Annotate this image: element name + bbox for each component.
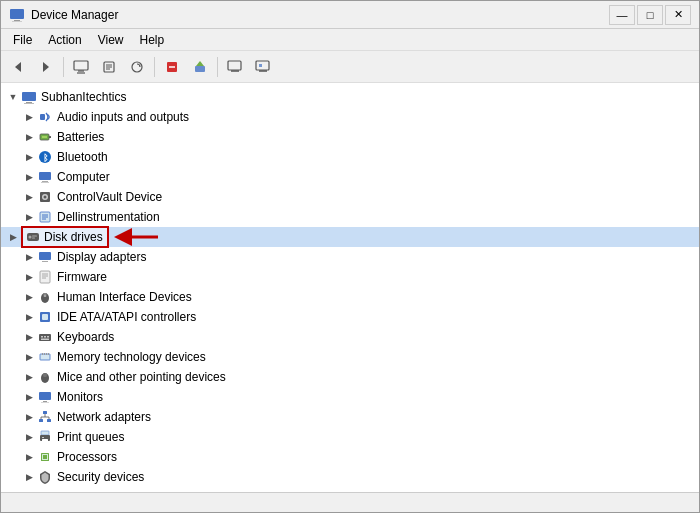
- svg-rect-24: [24, 103, 34, 104]
- keyboards-label: Keyboards: [57, 330, 114, 344]
- expander-memory[interactable]: ▶: [21, 349, 37, 365]
- expander-bluetooth[interactable]: ▶: [21, 149, 37, 165]
- back-button[interactable]: [5, 55, 31, 79]
- svg-rect-32: [42, 181, 48, 182]
- tree-row-network[interactable]: ▶: [1, 407, 699, 427]
- expander-security[interactable]: ▶: [21, 469, 37, 485]
- expander-monitors[interactable]: ▶: [21, 389, 37, 405]
- menu-file[interactable]: File: [5, 31, 40, 49]
- svg-rect-57: [42, 314, 48, 320]
- expander-network[interactable]: ▶: [21, 409, 37, 425]
- expander-hid[interactable]: ▶: [21, 289, 37, 305]
- svg-rect-33: [41, 182, 49, 183]
- ide-label: IDE ATA/ATAPI controllers: [57, 310, 196, 324]
- ide-icon: [37, 309, 53, 325]
- displayadapters-icon: [37, 249, 53, 265]
- tree-row-processors[interactable]: ▶ Processors: [1, 447, 699, 467]
- update-button[interactable]: [187, 55, 213, 79]
- forward-button[interactable]: [33, 55, 59, 79]
- tree-row-firmware[interactable]: ▶ Firmware: [1, 267, 699, 287]
- tree-row-hid[interactable]: ▶ Human Interface Devices: [1, 287, 699, 307]
- svg-rect-60: [44, 336, 46, 338]
- keyboards-icon: [37, 329, 53, 345]
- expander-mice[interactable]: ▶: [21, 369, 37, 385]
- tree-item-root: ▼ SubhanItechtics ▶: [1, 87, 699, 492]
- expander-batteries[interactable]: ▶: [21, 129, 37, 145]
- tree-row-print[interactable]: ▶ Print queues: [1, 427, 699, 447]
- expander-ide[interactable]: ▶: [21, 309, 37, 325]
- title-bar: Device Manager — □ ✕: [1, 1, 699, 29]
- tree-item-monitors: ▶ Monitors: [1, 387, 699, 407]
- tree-row-dellinstrumentation[interactable]: ▶ Dellinstrumentation: [1, 207, 699, 227]
- tree-row-root[interactable]: ▼ SubhanItechtics: [1, 87, 699, 107]
- close-button[interactable]: ✕: [665, 5, 691, 25]
- expander-print[interactable]: ▶: [21, 429, 37, 445]
- svg-rect-15: [195, 66, 205, 72]
- menu-help[interactable]: Help: [132, 31, 173, 49]
- svg-rect-43: [32, 236, 37, 237]
- tree-row-security[interactable]: ▶ Security devices: [1, 467, 699, 487]
- expander-keyboards[interactable]: ▶: [21, 329, 37, 345]
- expander-displayadapters[interactable]: ▶: [21, 249, 37, 265]
- tree-row-controlvault[interactable]: ▶ ControlVault Device: [1, 187, 699, 207]
- tree-row-batteries[interactable]: ▶ Batteries: [1, 127, 699, 147]
- tree-row-monitors[interactable]: ▶ Monitors: [1, 387, 699, 407]
- memory-icon: [37, 349, 53, 365]
- tree-row-diskdrives[interactable]: ▶ Disk drives: [1, 227, 699, 247]
- toolbar-separator-2: [154, 57, 155, 77]
- firmware-icon: [37, 269, 53, 285]
- svg-rect-61: [47, 336, 49, 338]
- title-bar-title: Device Manager: [31, 8, 609, 22]
- svg-point-36: [44, 196, 47, 199]
- svg-rect-5: [74, 61, 88, 70]
- scan-button[interactable]: [124, 55, 150, 79]
- controlvault-label: ControlVault Device: [57, 190, 162, 204]
- device-manager-window: Device Manager — □ ✕ File Action View He…: [0, 0, 700, 513]
- tree-item-security: ▶ Security devices: [1, 467, 699, 487]
- tree-row-bluetooth[interactable]: ▶ ᛒ Bluetooth: [1, 147, 699, 167]
- tree-row-memory[interactable]: ▶ Memory technology devices: [1, 347, 699, 367]
- uninstall-button[interactable]: [159, 55, 185, 79]
- tree-row-displayadapters[interactable]: ▶ Display adapters: [1, 247, 699, 267]
- computer-button[interactable]: [68, 55, 94, 79]
- svg-rect-25: [40, 114, 45, 120]
- monitor2-button[interactable]: [250, 55, 276, 79]
- expander-processors[interactable]: ▶: [21, 449, 37, 465]
- svg-rect-22: [22, 92, 36, 101]
- menu-action[interactable]: Action: [40, 31, 89, 49]
- audio-label: Audio inputs and outputs: [57, 110, 189, 124]
- expander-controlvault[interactable]: ▶: [21, 189, 37, 205]
- security-label: Security devices: [57, 470, 144, 484]
- title-bar-icon: [9, 7, 25, 23]
- expander-computer[interactable]: ▶: [21, 169, 37, 185]
- tree-row-keyboards[interactable]: ▶ Keyboards: [1, 327, 699, 347]
- monitor1-button[interactable]: [222, 55, 248, 79]
- svg-rect-76: [47, 419, 51, 422]
- tree-item-memory: ▶ Memory technology devices: [1, 347, 699, 367]
- menu-bar: File Action View Help: [1, 29, 699, 51]
- menu-view[interactable]: View: [90, 31, 132, 49]
- tree-view[interactable]: ▼ SubhanItechtics ▶: [1, 83, 699, 492]
- expander-firmware[interactable]: ▶: [21, 269, 37, 285]
- svg-rect-17: [228, 61, 241, 70]
- svg-rect-48: [42, 261, 48, 262]
- expander-dellinstrumentation[interactable]: ▶: [21, 209, 37, 225]
- expander-diskdrives[interactable]: ▶: [5, 229, 21, 245]
- properties-button[interactable]: [96, 55, 122, 79]
- print-icon: [37, 429, 53, 445]
- minimize-button[interactable]: —: [609, 5, 635, 25]
- tree-row-audio[interactable]: ▶ Audio inputs and outputs: [1, 107, 699, 127]
- tree-row-mice[interactable]: ▶ Mice and other pointing devices: [1, 367, 699, 387]
- svg-marker-3: [15, 62, 21, 72]
- svg-rect-47: [39, 252, 51, 260]
- tree-row-computer[interactable]: ▶ Computer: [1, 167, 699, 187]
- svg-rect-84: [42, 437, 44, 438]
- dellinstrumentation-icon: [37, 209, 53, 225]
- tree-row-ide[interactable]: ▶ IDE ATA/ATAPI controllers: [1, 307, 699, 327]
- maximize-button[interactable]: □: [637, 5, 663, 25]
- svg-rect-0: [10, 9, 24, 19]
- tree-item-processors: ▶ Processors: [1, 447, 699, 467]
- expander-root[interactable]: ▼: [5, 89, 21, 105]
- expander-audio[interactable]: ▶: [21, 109, 37, 125]
- monitors-icon: [37, 389, 53, 405]
